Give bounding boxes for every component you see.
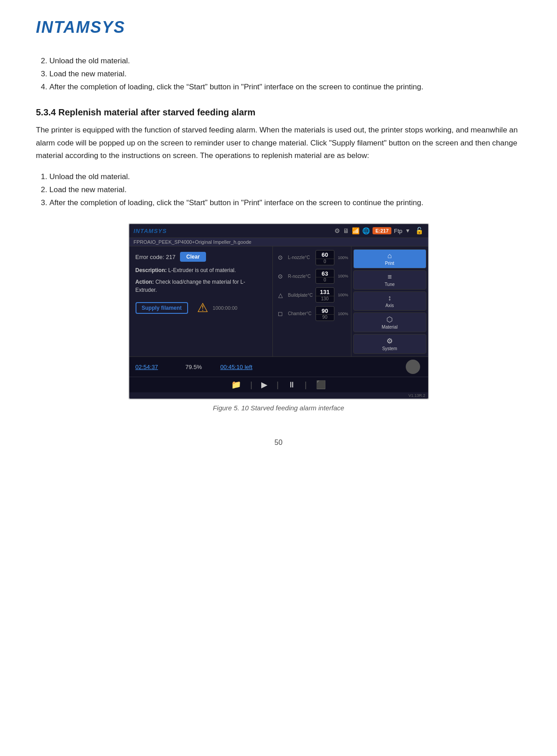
ui-topbar: INTAMSYS ⚙ 🖥 📶 🌐 E:217 Ftp ▼ 🔓 [129, 224, 428, 238]
wifi-icon: 📶 [352, 227, 360, 234]
list-item: Unload the old material. [49, 55, 521, 68]
nav-btn-print[interactable]: ⌂ Print [353, 249, 426, 268]
clear-button[interactable]: Clear [180, 252, 206, 262]
buildplate-top: 131 [316, 289, 334, 296]
rnozzle-bottom: 0 [316, 277, 334, 282]
monitor-icon: 🖥 [343, 227, 349, 234]
status-elapsed-time: 02:54:37 [136, 364, 176, 370]
post-section-list: Unload the old material. Load the new ma… [36, 171, 521, 210]
action-label: Action: [136, 279, 154, 285]
warning-icon: ⚠ [197, 300, 208, 315]
sensor-row-buildplate: △ Buildplate°C 131 130 100% [276, 287, 348, 303]
buildplate-label: Buildplate°C [288, 293, 313, 298]
separator-3: | [305, 380, 307, 390]
filename-bar: FPROAIO_PEEK_SP4000+Original Impeller_h.… [129, 238, 428, 246]
version-label: V1.13R.2 [129, 392, 428, 399]
error-code-text: Error code: 217 [136, 254, 176, 260]
chamber-label: Chamber°C [288, 311, 313, 316]
sensor-row-rnozzle: ⊙ R-nozzle°C 63 0 100% [276, 269, 348, 284]
action-row: Action: Check load/change the material f… [136, 278, 266, 294]
axis-label: Axis [386, 303, 394, 308]
system-icon: ⚙ [386, 337, 393, 345]
supply-filament-button[interactable]: Supply filament [136, 302, 188, 314]
ui-nav-panel: ⌂ Print ≡ Tune ↕ Axis ⬡ Material ⚙ Sys [351, 246, 428, 356]
buildplate-bottom: 130 [316, 296, 334, 301]
lnozzle-icon: ⊙ [276, 254, 285, 261]
error-badge: E:217 [373, 227, 391, 234]
list-item: Load the new material. [49, 68, 521, 81]
status-percent: 79.5% [176, 364, 212, 370]
print-icon: ⌂ [387, 252, 392, 260]
sensor-row-lnozzle: ⊙ L-nozzle°C 60 0 100% [276, 250, 348, 265]
pre-section-list: Unload the old material. Load the new ma… [36, 55, 521, 94]
desc-row: Description: L-Extruder is out of materi… [136, 266, 266, 274]
buildplate-value-box: 131 130 [316, 287, 334, 303]
nav-btn-material[interactable]: ⬡ Material [353, 312, 426, 332]
print-label: Print [385, 261, 395, 266]
ui-topbar-icons: ⚙ 🖥 📶 🌐 E:217 Ftp ▼ 🔓 [173, 227, 424, 235]
ui-middle-panel: ⊙ L-nozzle°C 60 0 100% ⊙ R-nozzle°C 63 0 [273, 246, 351, 356]
material-label: Material [382, 325, 398, 330]
nav-btn-axis[interactable]: ↕ Axis [353, 291, 426, 311]
ui-statusbar: 02:54:37 79.5% 00:45:10 left [129, 356, 428, 377]
error-row: Error code: 217 Clear [136, 252, 266, 262]
lnozzle-value-box: 60 0 [316, 250, 334, 265]
desc-text: L-Extruder is out of material. [168, 267, 236, 273]
play-icon[interactable]: ▶ [261, 380, 268, 390]
axis-icon: ↕ [388, 294, 391, 302]
folder-icon[interactable]: 📁 [231, 380, 241, 390]
status-circle [406, 360, 420, 374]
rnozzle-pct: 100% [338, 274, 348, 278]
chamber-bottom: 90 [316, 315, 334, 320]
separator-1: | [250, 380, 252, 390]
settings-icon: ⚙ [334, 227, 340, 234]
ui-logo: INTAMSYS [134, 228, 167, 234]
tune-icon: ≡ [387, 273, 391, 281]
list-item: Unload the old material. [49, 171, 521, 184]
tune-label: Tune [385, 282, 395, 287]
bottom-left-row: Supply filament ⚠ 1000:00:00 [136, 300, 266, 315]
printer-ui-mockup: INTAMSYS ⚙ 🖥 📶 🌐 E:217 Ftp ▼ 🔓 FPROAIO_P… [128, 223, 429, 400]
section-heading: 5.3.4 Replenish material after starved f… [36, 107, 521, 118]
figure-container: INTAMSYS ⚙ 🖥 📶 🌐 E:217 Ftp ▼ 🔓 FPROAIO_P… [126, 223, 431, 412]
separator-2: | [276, 380, 279, 390]
status-time-left: 00:45:10 left [212, 364, 261, 370]
ftp-label: Ftp [394, 228, 403, 234]
lock-icon: 🔓 [415, 227, 424, 235]
ordered-list-before: Unload the old material. Load the new ma… [49, 55, 521, 94]
sensor-row-chamber: ◻ Chamber°C 90 90 100% [276, 306, 348, 321]
pause-icon[interactable]: ⏸ [288, 380, 296, 390]
lnozzle-bottom: 0 [316, 259, 334, 264]
section-body: The printer is equipped with the functio… [36, 124, 521, 163]
rnozzle-top: 63 [316, 270, 334, 278]
nav-btn-tune[interactable]: ≡ Tune [353, 270, 426, 290]
list-item: Load the new material. [49, 184, 521, 197]
lnozzle-top: 60 [316, 251, 334, 259]
system-label: System [382, 346, 397, 351]
rnozzle-icon: ⊙ [276, 273, 285, 280]
lnozzle-label: L-nozzle°C [288, 255, 313, 260]
chamber-value-box: 90 90 [316, 306, 334, 321]
material-icon: ⬡ [386, 315, 393, 324]
earth-icon: 🌐 [362, 227, 370, 234]
chamber-icon: ◻ [276, 310, 285, 317]
nav-btn-system[interactable]: ⚙ System [353, 334, 426, 354]
time-label: 1000:00:00 [213, 305, 237, 311]
chamber-pct: 100% [338, 312, 348, 316]
ui-left-panel: Error code: 217 Clear Description: L-Ext… [129, 246, 273, 356]
chamber-top: 90 [316, 308, 334, 315]
rnozzle-value-box: 63 0 [316, 269, 334, 284]
buildplate-pct: 100% [338, 293, 348, 297]
ordered-list-after: Unload the old material. Load the new ma… [49, 171, 521, 210]
dropdown-icon: ▼ [405, 228, 411, 234]
ui-main-content: Error code: 217 Clear Description: L-Ext… [129, 246, 428, 356]
ui-controls-row: 📁 | ▶ | ⏸ | ⬛ [129, 377, 428, 392]
lnozzle-pct: 100% [338, 255, 348, 260]
figure-caption: Figure 5. 10 Starved feeding alarm inter… [213, 404, 344, 412]
list-item: After the completion of loading, click t… [49, 81, 521, 94]
brand-logo: INTAMSYS [36, 18, 521, 37]
list-item: After the completion of loading, click t… [49, 197, 521, 210]
stop-icon[interactable]: ⬛ [316, 380, 326, 390]
page-number: 50 [36, 439, 521, 447]
rnozzle-label: R-nozzle°C [288, 274, 313, 279]
